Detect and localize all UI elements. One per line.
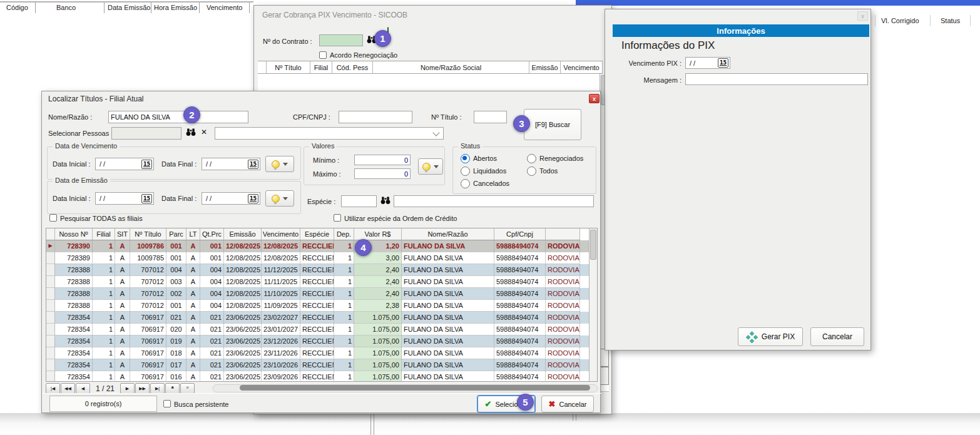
scrollbar-thumb[interactable] (590, 230, 596, 260)
table-row[interactable]: 7283881A707012004A00412/08/202511/12/202… (46, 264, 597, 276)
contract-input[interactable] (319, 34, 363, 46)
background-title-bar-strip (576, 0, 980, 6)
grid-col-header[interactable]: Valor R$ (354, 228, 402, 240)
grid-col-header[interactable]: Vencimento (262, 228, 300, 240)
search-binoculars-icon[interactable] (380, 197, 390, 206)
table-cell: 728388 (55, 288, 93, 300)
buscar-button[interactable]: [F9] Buscar (524, 109, 581, 140)
ordem-credito-checkbox[interactable] (334, 214, 341, 222)
emis-data-final-input[interactable]: / / 15 (202, 192, 260, 205)
grid-col-header[interactable]: Nome/Razão (402, 228, 494, 240)
table-cell: RODOVIA (546, 276, 580, 288)
emis-data-inicial-input[interactable]: / / 15 (95, 192, 154, 205)
status-radio-todos[interactable]: Todos (527, 165, 592, 177)
divider (35, 3, 36, 13)
especie-desc-input[interactable] (394, 195, 594, 207)
grid-col-header[interactable]: Dep. (334, 228, 354, 240)
prev-nav-button[interactable]: |◀ (46, 383, 60, 394)
next-nav-button[interactable]: * (165, 383, 180, 394)
venc-suggestion-button[interactable] (265, 156, 294, 172)
next-nav-button[interactable]: ▶ (120, 383, 135, 394)
prev-nav-button[interactable]: ◀◀ (61, 383, 75, 394)
n-titulo-input[interactable] (474, 111, 507, 123)
nome-razao-label: Nome/Razão : (48, 113, 92, 121)
table-row[interactable]: 7283881A707012001A00412/08/202511/09/202… (46, 300, 597, 312)
emis-suggestion-button[interactable] (265, 190, 294, 207)
bg-col-vl-corrigido: Vl. Corrigido (881, 17, 931, 24)
busca-persistente-checkbox[interactable] (163, 400, 171, 407)
venc-data-final-input[interactable]: / / 15 (202, 158, 260, 170)
grid-col-header[interactable]: Cpf/Cnpj (494, 228, 546, 240)
table-row[interactable]: 7283541A706917019A02123/06/202523/12/202… (46, 335, 597, 347)
pix-grid-col-header[interactable]: Filial (310, 61, 332, 74)
maximo-input[interactable] (354, 168, 411, 179)
pix-grid-col-header[interactable]: Cód. Pess (332, 61, 373, 74)
table-cell: A (115, 300, 130, 312)
pesquisar-filiais-checkbox[interactable] (49, 214, 57, 222)
table-cell: 23/02/2027 (262, 312, 300, 324)
status-radio-renegociados[interactable]: Renegociados (527, 152, 592, 165)
table-row[interactable]: 7283541A706917021A02123/06/202523/02/202… (46, 312, 597, 324)
vencimento-pix-input[interactable]: / / 15 (685, 57, 730, 69)
table-row[interactable]: ▶7283901A1009786001A00112/08/202512/08/2… (46, 240, 597, 252)
pix-grid-col-header[interactable]: Nº Título (267, 61, 310, 74)
cpf-cnpj-input[interactable] (339, 111, 412, 123)
grid-col-header[interactable]: Nosso Nº (55, 228, 93, 240)
pix-grid-col-header[interactable]: Vencimento (561, 61, 603, 74)
grid-col-header[interactable] (546, 228, 580, 240)
grid-col-header[interactable]: Nº Título (130, 228, 166, 240)
especie-code-input[interactable] (341, 195, 377, 207)
table-row[interactable]: 7283541A706917020A02123/06/202523/01/202… (46, 324, 597, 335)
mensagem-input[interactable] (685, 73, 868, 85)
h-scrollbar-thumb[interactable] (240, 385, 590, 391)
minimo-input[interactable] (354, 155, 411, 165)
pix-grid-col-header[interactable]: Nome/Razão Social (373, 61, 529, 74)
prev-nav-button[interactable]: ◀ (76, 383, 90, 394)
table-row[interactable]: 7283541A706917018A02123/06/202523/11/202… (46, 347, 597, 359)
close-icon[interactable]: x (589, 94, 600, 103)
calendar-icon[interactable]: 15 (141, 160, 152, 169)
info-cancelar-button[interactable]: Cancelar (810, 327, 864, 346)
grid-col-header[interactable]: LT (186, 228, 200, 240)
table-row[interactable]: 7283881A707012003A00412/08/202511/11/202… (46, 276, 597, 288)
table-row[interactable]: 7283541A706917016A02123/06/202523/09/202… (46, 371, 597, 382)
table-row[interactable]: 7283881A707012002A00412/08/202511/10/202… (46, 288, 597, 300)
clear-icon[interactable]: ✕ (201, 128, 207, 136)
cancelar-button[interactable]: ✖ Cancelar (541, 396, 594, 412)
table-row[interactable]: 7283891A1009785001A00112/08/202512/08/20… (46, 252, 597, 264)
status-radio-abertos[interactable]: Abertos (461, 152, 526, 165)
valores-suggestion-button[interactable] (418, 158, 443, 175)
search-binoculars-icon[interactable] (186, 128, 196, 138)
grid-col-header[interactable]: Espécie (300, 228, 334, 240)
venc-data-inicial-input[interactable]: / / 15 (95, 158, 154, 170)
table-row[interactable]: 7283541A706917017A02123/06/202523/10/202… (46, 359, 597, 371)
grid-col-header[interactable]: Emissão (224, 228, 262, 240)
grid-vertical-scrollbar[interactable] (589, 228, 597, 381)
next-nav-button[interactable]: ▶| (150, 383, 165, 394)
grid-col-header[interactable]: Qt.Prc (200, 228, 224, 240)
calendar-icon[interactable]: 15 (141, 194, 152, 203)
table-cell: 59888494074 (494, 359, 546, 371)
pessoas-combobox[interactable] (215, 127, 444, 140)
status-radio-liquidados[interactable]: Liquidados (461, 165, 526, 177)
calendar-icon[interactable]: 15 (248, 160, 258, 169)
grid-col-header[interactable]: SIT (115, 228, 130, 240)
next-nav-button[interactable]: ▶▶ (135, 383, 150, 394)
table-cell: FULANO DA SILVA (402, 264, 494, 276)
pix-dialog-title: Gerar Cobrança PIX Vencimento - SICOOB (262, 11, 407, 19)
grid-col-header[interactable]: Filial (93, 228, 115, 240)
calendar-icon[interactable]: 15 (718, 58, 728, 68)
h-scrollbar-track[interactable] (213, 384, 598, 392)
grid-col-header[interactable]: Parc (166, 228, 186, 240)
minimo-label: Mínimo : (313, 156, 339, 164)
table-cell: 707012 (130, 300, 166, 312)
nome-razao-input[interactable] (108, 111, 248, 123)
calendar-icon[interactable]: 15 (248, 194, 258, 203)
status-radio-cancelados[interactable]: Cancelados (461, 177, 526, 190)
pix-grid-col-header[interactable]: Emissão (529, 61, 561, 74)
acordo-checkbox[interactable] (319, 51, 327, 59)
selecionar-pessoas-input[interactable] (111, 127, 181, 140)
gerar-pix-button[interactable]: Gerar PIX (738, 327, 803, 346)
next-nav-button[interactable]: * (180, 383, 195, 394)
close-icon[interactable]: x (857, 11, 868, 21)
